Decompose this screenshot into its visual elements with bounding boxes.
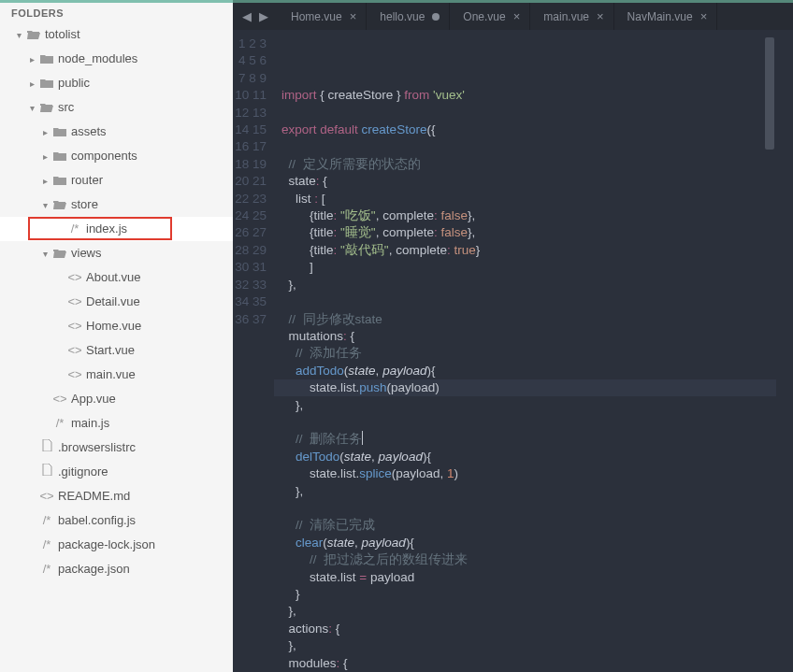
editor-tab[interactable]: NavMain.vue× (614, 3, 718, 30)
folder-sidebar: FOLDERS ▾totolist▸node_modules▸public▾sr… (0, 0, 233, 672)
tree-item[interactable]: ▸<>README.md (0, 484, 233, 508)
editor-tab[interactable]: hello.vue (367, 3, 450, 30)
tree-item[interactable]: ▸components (0, 144, 233, 168)
code-line: // 清除已完成 (281, 517, 776, 534)
tree-item[interactable]: ▸router (0, 168, 233, 193)
tree-item-label: router (71, 173, 103, 187)
tab-label: hello.vue (380, 10, 425, 23)
code-line: }, (281, 603, 776, 620)
tree-item[interactable]: ▸public (0, 71, 233, 95)
tree-item-label: .gitignore (58, 465, 108, 479)
code-line: import { createStore } from 'vuex' (281, 87, 776, 104)
tree-item-label: About.vue (86, 270, 141, 284)
code-line: {title: "吃饭", complete: false}, (281, 207, 776, 224)
file-tree: ▾totolist▸node_modules▸public▾src▸assets… (0, 22, 233, 581)
sidebar-title: FOLDERS (0, 3, 233, 22)
code-line: actions: { (281, 621, 776, 637)
tree-item-label: node_modules (58, 51, 137, 65)
code-content[interactable]: import { createStore } from 'vuex' expor… (274, 30, 776, 672)
code-line: list : [ (281, 191, 776, 207)
expand-arrow-icon[interactable]: ▸ (43, 169, 52, 193)
tree-item-label: public (58, 76, 90, 90)
editor-tab[interactable]: main.vue× (530, 3, 613, 30)
tree-item[interactable]: ▸node_modules (0, 47, 233, 71)
tree-item[interactable]: ▾totolist (0, 22, 233, 47)
close-tab-icon[interactable]: × (700, 9, 708, 23)
code-line: modules: { (281, 655, 776, 672)
tree-item[interactable]: ▸/*babel.config.js (0, 508, 233, 533)
tree-item[interactable]: ▸<>About.vue (0, 265, 233, 290)
tree-item[interactable]: ▸<>App.vue (0, 387, 233, 411)
code-line: state.list.splice(payload, 1) (281, 465, 776, 482)
tree-item-label: Home.vue (86, 319, 141, 333)
editor-tab[interactable]: One.vue× (450, 3, 530, 30)
code-line (281, 500, 776, 517)
nav-back-icon[interactable]: ◀ (242, 9, 252, 23)
tree-item[interactable]: ▸assets (0, 120, 233, 144)
folder-icon (52, 144, 67, 168)
tree-item-label: components (71, 149, 137, 163)
tree-item-label: main.vue (86, 367, 136, 381)
tab-label: main.vue (543, 10, 589, 23)
code-line: // 定义所需要的状态的 (281, 156, 776, 173)
folder-open-icon (52, 193, 67, 217)
tree-item-label: package.json (58, 562, 130, 576)
code-area[interactable]: 1 2 3 4 5 6 7 8 9 10 11 12 13 14 15 16 1… (233, 30, 793, 672)
code-line: state: { (281, 173, 776, 190)
tree-item[interactable]: ▸/*package-lock.json (0, 533, 233, 557)
close-tab-icon[interactable]: × (597, 9, 604, 23)
tree-item[interactable]: ▸/*main.js (0, 411, 233, 436)
code-line: mutations: { (281, 328, 776, 345)
expand-arrow-icon[interactable]: ▾ (17, 23, 26, 48)
code-line: ] (281, 259, 776, 276)
code-line (281, 138, 776, 155)
tree-item[interactable]: ▸/*package.json (0, 557, 233, 581)
history-nav[interactable]: ◀ ▶ (233, 3, 278, 30)
tree-item[interactable]: ▸.gitignore (0, 460, 233, 484)
expand-arrow-icon[interactable]: ▸ (30, 72, 39, 96)
tree-item[interactable]: ▸<>Detail.vue (0, 290, 233, 314)
tree-item[interactable]: ▸<>main.vue (0, 363, 233, 387)
code-line: // 添加任务 (281, 345, 776, 362)
tree-item-label: Start.vue (86, 343, 135, 357)
close-tab-icon[interactable]: × (513, 9, 521, 23)
tree-item[interactable]: ▸<>Start.vue (0, 338, 233, 363)
js-file-icon: /* (67, 217, 82, 241)
expand-arrow-icon[interactable]: ▸ (43, 145, 52, 169)
code-line: delTodo(state, payload){ (281, 449, 776, 465)
expand-arrow-icon[interactable]: ▾ (43, 242, 52, 266)
tree-item-label: package-lock.json (58, 537, 155, 551)
expand-arrow-icon[interactable]: ▾ (43, 193, 52, 218)
tree-item-label: src (58, 100, 74, 114)
code-line: {title: "睡觉", complete: false}, (281, 224, 776, 241)
tree-item[interactable]: ▾store (0, 193, 233, 217)
tree-item-label: index.js (86, 222, 127, 236)
minimap[interactable] (776, 30, 793, 672)
js-file-icon: /* (39, 557, 54, 581)
folder-icon (39, 71, 54, 95)
expand-arrow-icon[interactable]: ▾ (30, 96, 39, 121)
file-icon (39, 460, 54, 484)
code-line (281, 293, 776, 310)
expand-arrow-icon[interactable]: ▸ (43, 121, 52, 145)
tree-item-label: main.js (71, 416, 109, 430)
editor-tab[interactable]: Home.vue× (278, 3, 367, 30)
tree-item[interactable]: ▸.browserslistrc (0, 436, 233, 460)
code-file-icon: <> (67, 363, 82, 387)
tree-item[interactable]: ▸<>Home.vue (0, 314, 233, 338)
js-file-icon: /* (39, 533, 54, 557)
code-file-icon: <> (52, 387, 67, 411)
expand-arrow-icon[interactable]: ▸ (30, 48, 39, 72)
tree-item[interactable]: ▸/*index.js (0, 217, 233, 241)
nav-forward-icon[interactable]: ▶ (259, 9, 268, 23)
tree-item[interactable]: ▾src (0, 95, 233, 120)
tree-item-label: babel.config.js (58, 513, 136, 527)
close-tab-icon[interactable]: × (350, 9, 357, 23)
code-file-icon: <> (39, 484, 54, 508)
tree-item[interactable]: ▾views (0, 241, 233, 265)
tab-label: NavMain.vue (627, 10, 693, 23)
code-line: state.list = payload (281, 569, 776, 586)
code-file-icon: <> (67, 290, 82, 314)
tab-label: Home.vue (291, 10, 342, 23)
code-line: // 把过滤之后的数组传进来 (281, 551, 776, 568)
